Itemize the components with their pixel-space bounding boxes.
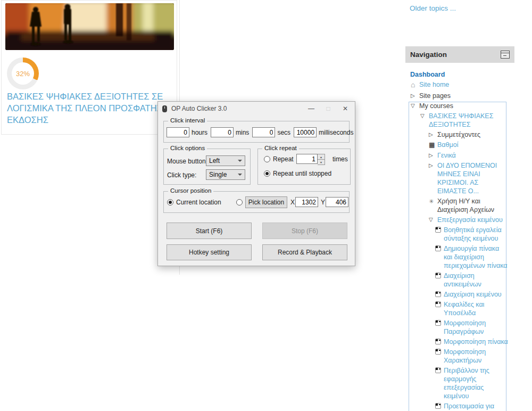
package-icon xyxy=(435,319,444,325)
mouse-button-value: Left xyxy=(209,157,220,165)
pick-location-radio[interactable] xyxy=(236,199,243,206)
nav-tree-item[interactable]: Site home xyxy=(405,80,514,90)
interval-milliseconds-input[interactable] xyxy=(294,127,317,137)
nav-tree-item[interactable]: Μορφοποίηση Παραγράφων xyxy=(405,319,514,336)
course-image[interactable] xyxy=(5,3,174,50)
stop-button[interactable]: Stop (F6) xyxy=(262,223,347,239)
close-button[interactable]: ✕ xyxy=(337,102,354,116)
click-options-group: Click options Mouse button: Left Click t… xyxy=(163,149,251,185)
nav-tree-item-label: Χρήση Η/Υ και Διαχείριση Αρχείων xyxy=(437,197,509,214)
click-options-legend: Click options xyxy=(168,145,207,151)
nav-tree-item[interactable]: Διαχείριση κειμένου xyxy=(405,290,514,299)
x-coordinate-input[interactable] xyxy=(295,197,318,207)
nav-tree-item[interactable]: Γενικά xyxy=(405,151,514,160)
nav-tree-item[interactable]: ΒΑΣΙΚΕΣ ΨΗΦΙΑΚΕΣ ΔΕΞΙΟΤΗΤΕΣ xyxy=(405,112,514,129)
record-playback-button[interactable]: Record & Playback xyxy=(262,244,347,260)
window-title: OP Auto Clicker 3.0 xyxy=(171,105,227,112)
mouse-button-label: Mouse button: xyxy=(167,158,207,165)
click-type-value: Single xyxy=(209,171,227,178)
package-icon xyxy=(435,348,444,354)
nav-tree-item[interactable]: Περιβάλλον της εφαρμογής επεξεργασίας κε… xyxy=(405,366,514,400)
window-titlebar[interactable]: OP Auto Clicker 3.0 — □ ✕ xyxy=(158,102,355,116)
nav-tree-item-label: ΒΑΣΙΚΕΣ ΨΗΦΙΑΚΕΣ ΔΕΞΙΟΤΗΤΕΣ xyxy=(429,112,504,129)
maximize-button[interactable]: □ xyxy=(320,102,337,116)
progress-donut: 32% xyxy=(7,57,39,89)
click-repeat-group: Click repeat Repeat ▲ ▼ times Repeat unt… xyxy=(257,149,351,185)
page: 32% ΒΑΣΙΚΕΣ ΨΗΦΙΑΚΕΣ ΔΕΞΙΟΤΗΤΕΣ ΣΕ ΛΟΓΙΣ… xyxy=(0,0,532,411)
start-button[interactable]: Start (F6) xyxy=(167,223,252,239)
nav-tree-item[interactable]: My courses xyxy=(405,102,514,110)
nav-tree-item-label: Περιβάλλον της εφαρμογής επεξεργασίας κε… xyxy=(444,366,509,400)
nav-tree-item-label: Dashboard xyxy=(410,70,445,79)
click-interval-legend: Click interval xyxy=(168,117,207,124)
pick-location-button[interactable]: Pick location xyxy=(245,196,287,208)
current-location-label: Current location xyxy=(176,199,221,206)
nav-tree-item[interactable]: Μορφοποίηση Χαρακτήρων xyxy=(405,348,514,365)
interval-hours-input[interactable] xyxy=(167,127,189,137)
triangle-down-icon[interactable] xyxy=(420,112,429,120)
repeat-count-stepper: ▲ ▼ xyxy=(296,154,325,165)
navigation-title: Navigation xyxy=(410,51,447,59)
nav-tree-item-label: Μορφοποίηση Χαρακτήρων xyxy=(444,348,509,365)
click-type-select[interactable]: Single xyxy=(206,169,245,180)
older-topics-link[interactable]: Older topics ... xyxy=(410,4,456,12)
nav-tree-item[interactable]: ΟΙ ΔΥΟ ΕΠΟΜΕΝΟΙ ΜΗΝΕΣ ΕΙΝΑΙ ΚΡΙΣΙΜΟΙ. ΑΣ… xyxy=(405,161,514,195)
repeat-until-stopped-radio[interactable] xyxy=(264,170,270,177)
nav-tree-item[interactable]: Επεξεργασία κειμένου xyxy=(405,216,514,224)
nav-tree-item-label: ΟΙ ΔΥΟ ΕΠΟΜΕΝΟΙ ΜΗΝΕΣ ΕΙΝΑΙ ΚΡΙΣΙΜΟΙ. ΑΣ… xyxy=(437,161,509,195)
dock-block-icon[interactable] xyxy=(501,51,510,59)
stepper-down-icon[interactable]: ▼ xyxy=(318,159,325,165)
mouse-app-icon xyxy=(162,105,167,112)
click-type-label: Click type: xyxy=(167,171,196,179)
interval-hours-label: hours xyxy=(192,129,207,136)
nav-tree-item-label: Επεξεργασία κειμένου xyxy=(437,216,503,224)
click-interval-fields: hoursminssecsmilliseconds xyxy=(167,127,353,137)
window-controls: — □ ✕ xyxy=(303,102,354,116)
nav-tree-item[interactable]: Συμμετέχοντες xyxy=(405,130,514,139)
package-icon xyxy=(435,244,444,251)
triangle-down-icon[interactable] xyxy=(429,216,437,224)
triangle-down-icon[interactable] xyxy=(411,102,419,110)
nav-tree-item[interactable]: Δημιουργία πίνακα και διαχείριση περιεχο… xyxy=(405,244,514,270)
spinner-icon xyxy=(429,197,437,206)
nav-tree-item[interactable]: Προετοιμασία για εκτύπωση xyxy=(405,402,514,411)
nav-tree-item[interactable]: Μορφοποίηση πίνακα xyxy=(405,338,514,346)
nav-tree-item[interactable]: Βαθμοί xyxy=(405,141,514,150)
nav-tree-item[interactable]: Βοηθητικά εργαλεία σύνταξης κειμένου xyxy=(405,226,514,243)
package-icon xyxy=(435,300,444,307)
nav-tree-item[interactable]: Dashboard xyxy=(405,70,514,79)
package-icon xyxy=(435,272,444,278)
nav-tree-item[interactable]: Διαχείριση αντικειμένων xyxy=(405,272,514,289)
y-coordinate-input[interactable] xyxy=(326,197,348,207)
package-icon xyxy=(435,402,444,408)
current-location-radio[interactable] xyxy=(167,199,173,206)
nav-tree-item-label: Βαθμοί xyxy=(437,141,458,149)
nav-tree-item[interactable]: Χρήση Η/Υ και Διαχείριση Αρχείων xyxy=(405,197,514,214)
repeat-count-input[interactable] xyxy=(296,154,318,164)
nav-tree-item-label: Site pages xyxy=(419,92,451,100)
interval-mins-input[interactable] xyxy=(211,127,234,137)
minimize-button[interactable]: — xyxy=(303,102,320,116)
navigation-block-header: Navigation xyxy=(405,46,514,63)
course-title-link[interactable]: ΒΑΣΙΚΕΣ ΨΗΦΙΑΚΕΣ ΔΕΞΙΟΤΗΤΕΣ ΣΕ ΛΟΓΙΣΜΙΚΑ… xyxy=(7,91,174,126)
triangle-right-icon[interactable] xyxy=(411,92,419,100)
mouse-button-select[interactable]: Left xyxy=(206,155,245,166)
repeat-radio[interactable] xyxy=(264,156,270,162)
triangle-right-icon[interactable] xyxy=(429,130,437,139)
triangle-right-icon[interactable] xyxy=(429,161,437,170)
interval-mins-label: mins xyxy=(236,129,249,136)
interval-secs-input[interactable] xyxy=(252,127,275,137)
stepper-up-icon[interactable]: ▲ xyxy=(318,154,325,159)
progress-percent: 32% xyxy=(12,62,34,85)
triangle-right-icon[interactable] xyxy=(429,151,437,160)
nav-tree-item[interactable]: Κεφαλίδες και Υποσέλιδα xyxy=(405,300,514,317)
grades-icon xyxy=(429,141,437,150)
hotkey-setting-button[interactable]: Hotkey setting xyxy=(167,244,252,260)
home-icon xyxy=(411,80,419,90)
nav-tree-item[interactable]: Site pages xyxy=(405,92,514,100)
nav-tree-item-label: Κεφαλίδες και Υποσέλιδα xyxy=(444,300,509,317)
repeat-until-stopped-label: Repeat until stopped xyxy=(273,170,331,177)
package-icon xyxy=(435,366,444,373)
repeat-label: Repeat xyxy=(273,155,294,163)
nav-tree-item-label: Μορφοποίηση πίνακα xyxy=(444,338,508,346)
